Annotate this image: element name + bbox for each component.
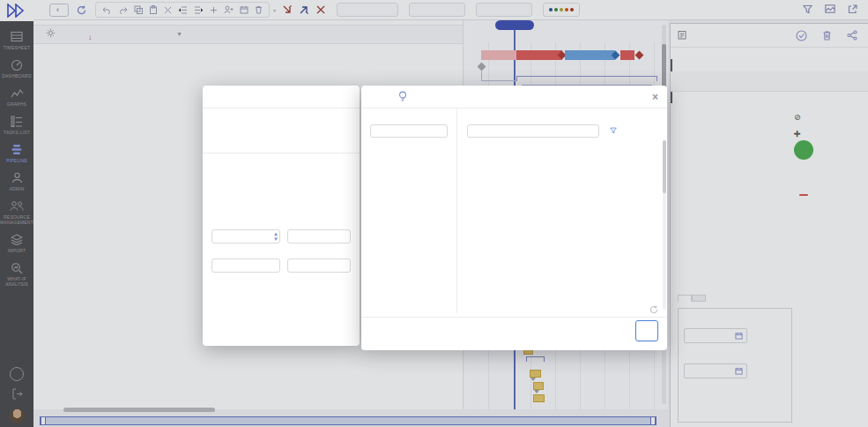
remaining-work-input[interactable] <box>211 229 280 243</box>
advisor-modal: × <box>361 86 667 350</box>
users-scrollbar[interactable] <box>663 140 666 310</box>
spent-work-input[interactable] <box>287 229 351 243</box>
close-advisor-icon[interactable]: × <box>652 91 658 103</box>
funnel-icon <box>610 127 617 134</box>
all-required-filter[interactable] <box>610 127 619 134</box>
total-work-input[interactable] <box>211 258 280 273</box>
lightbulb-icon <box>398 91 407 102</box>
cancel-button[interactable] <box>533 324 544 326</box>
user-search-input[interactable] <box>467 124 599 138</box>
group-search-input[interactable] <box>370 124 448 138</box>
refresh-outside-icon[interactable] <box>649 305 658 316</box>
requirements-modal: ▲▼ <box>203 86 360 346</box>
reassign-to-group-button[interactable] <box>635 320 658 341</box>
app-root: TIMESHEETDASHBOARDGRAPHSTASKS LISTPIPELI… <box>0 0 868 427</box>
stepper-icon[interactable]: ▲▼ <box>273 231 278 242</box>
assignment-units-input[interactable] <box>287 258 351 273</box>
